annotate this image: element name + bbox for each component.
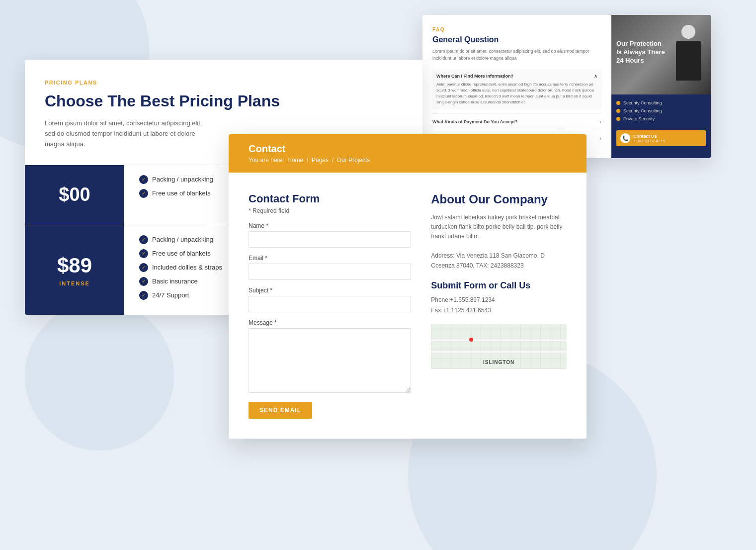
contact-us-label: Contact Us [633, 134, 665, 139]
about-section: About Our Company Jowl salami leberkas t… [431, 192, 567, 419]
feature-top-2: Free use of blankets [139, 189, 213, 198]
contact-header: Contact You are here: Home / Pages / Our… [229, 134, 587, 173]
feature-top-label-2: Free use of blankets [152, 189, 211, 197]
faq-description: Lorem ipsum dolor sit amet, consectetur … [432, 48, 601, 62]
about-address: Address: Via Venezia 118 San Giacomo, D … [431, 251, 567, 270]
person-head [681, 25, 695, 39]
price-amount-top: $00 [59, 184, 90, 205]
name-input[interactable] [249, 231, 411, 248]
faq-accordion-q-1[interactable]: What Kinds of Payment Do You Accept? › [432, 119, 601, 125]
faq-open-answer: Anim pariatur cliche reprehenderit, enim… [436, 82, 597, 105]
contact-page-title: Contact [249, 143, 567, 155]
map-road-h2 [431, 351, 567, 353]
bullet-label-1: Security Consulting [623, 100, 662, 105]
feature-3: Included dollies & straps [139, 263, 222, 272]
breadcrumb-current: Our Projects [337, 157, 370, 164]
message-textarea[interactable] [249, 328, 411, 393]
faq-bullet-3: Private Security [616, 116, 706, 121]
breadcrumb-home[interactable]: Home [287, 157, 303, 164]
map-placeholder: ISLINGTON [431, 324, 567, 369]
features-main-list: Packing / unpackking Free use of blanket… [124, 225, 237, 315]
contact-phone: +1(423) 897 4215 [633, 139, 665, 143]
faq-bullet-2: Security Consulting [616, 108, 706, 113]
faq-open-question-text: Where Can I Find More Information? [436, 74, 513, 79]
bullet-label-3: Private Security [623, 116, 655, 121]
name-field-group: Name * [249, 222, 411, 248]
price-box-top: $00 [25, 165, 124, 225]
email-input[interactable] [249, 264, 411, 280]
faq-q1-text: What Kinds of Payment Do You Accept? [432, 119, 517, 124]
feature-top-label-1: Packing / unpackking [152, 176, 213, 183]
check-icon-t2 [139, 189, 148, 198]
map-area-label: ISLINGTON [483, 360, 514, 365]
fax-info: Fax:+1.1125.431.6543 [431, 305, 567, 316]
check-icon-5 [139, 291, 148, 300]
feature-5: 24/7 Support [139, 291, 222, 300]
form-title: Contact Form [249, 192, 411, 205]
name-label: Name * [249, 222, 411, 229]
faq-q1-arrow-icon: › [599, 119, 601, 125]
feature-label-4: Basic insurance [152, 277, 198, 285]
feature-label-5: 24/7 Support [152, 291, 189, 299]
send-email-button[interactable]: SEND EMAIL [249, 402, 312, 419]
form-section: Contact Form * Required field Name * Ema… [249, 192, 411, 419]
breadcrumb-pages[interactable]: Pages [312, 157, 329, 164]
feature-1: Packing / unpackking [139, 235, 222, 244]
faq-open-arrow-icon: ∧ [594, 74, 597, 79]
phone-icon: 📞 [620, 133, 630, 143]
check-icon-4 [139, 277, 148, 286]
map-road-h1 [431, 340, 567, 341]
pricing-label: PRICING PLANS [45, 80, 403, 86]
map-location-dot [469, 338, 473, 342]
about-company-title: About Our Company [431, 192, 567, 207]
feature-label-1: Packing / unpackking [152, 236, 213, 243]
bullet-dot-1 [616, 101, 620, 105]
message-label: Message * [249, 319, 411, 326]
about-description: Jowl salami leberkas turkey pork brisket… [431, 213, 567, 242]
feature-label-2: Free use of blankets [152, 250, 211, 257]
check-icon-1 [139, 235, 148, 244]
feature-label-3: Included dollies & straps [152, 264, 222, 271]
bullet-dot-2 [616, 109, 620, 113]
faq-bullet-1: Security Consulting [616, 100, 706, 105]
faq-contact-info: Contact Us +1(423) 897 4215 [633, 134, 665, 143]
faq-open-item: Where Can I Find More Information? ∧ Ani… [432, 70, 601, 109]
faq-contact-box[interactable]: 📞 Contact Us +1(423) 897 4215 [616, 130, 706, 146]
submit-call-title: Submit Form or Call Us [431, 280, 567, 291]
contact-breadcrumb: You are here: Home / Pages / Our Project… [249, 157, 567, 164]
subject-label: Subject * [249, 287, 411, 294]
message-field-group: Message * [249, 319, 411, 395]
faq-bullets: Security Consulting Security Consulting … [611, 94, 711, 130]
feature-2: Free use of blankets [139, 249, 222, 258]
faq-right-panel: Our Protection Is Always There 24 Hours … [611, 15, 711, 158]
bullet-label-2: Security Consulting [623, 108, 662, 113]
subject-field-group: Subject * [249, 287, 411, 312]
form-required-note: * Required field [249, 207, 411, 214]
faq-q2-arrow-icon: › [599, 135, 601, 141]
faq-title: General Question [432, 35, 601, 44]
protection-overlay-text: Our Protection Is Always There 24 Hours [616, 40, 666, 65]
pricing-description: Lorem ipsum dolor sit amet, consectetur … [45, 118, 204, 149]
person-silhouette [671, 25, 706, 94]
feature-4: Basic insurance [139, 277, 222, 286]
person-body [676, 41, 701, 81]
faq-accordion-item-1[interactable]: What Kinds of Payment Do You Accept? › [432, 113, 601, 130]
subject-input[interactable] [249, 296, 411, 312]
contact-card: Contact You are here: Home / Pages / Our… [229, 134, 587, 439]
email-label: Email * [249, 255, 411, 262]
features-top-list: Packing / unpackking Free use of blanket… [124, 165, 228, 225]
contact-body: Contact Form * Required field Name * Ema… [229, 173, 587, 439]
feature-top-1: Packing / unpackking [139, 175, 213, 184]
check-icon-3 [139, 263, 148, 272]
check-icon-2 [139, 249, 148, 258]
email-field-group: Email * [249, 255, 411, 280]
faq-tag: FAQ [432, 27, 601, 32]
check-icon-t1 [139, 175, 148, 184]
price-plan-label: INTENSE [59, 280, 90, 286]
faq-open-question-row[interactable]: Where Can I Find More Information? ∧ [436, 74, 597, 79]
pricing-title: Choose The Best Pricing Plans [45, 92, 403, 110]
price-amount-main: $89 [57, 254, 92, 277]
price-box-main: $89 INTENSE [25, 225, 124, 315]
bg-circle-3 [25, 301, 174, 451]
phone-info: Phone:+1.555.897.1234 [431, 295, 567, 306]
